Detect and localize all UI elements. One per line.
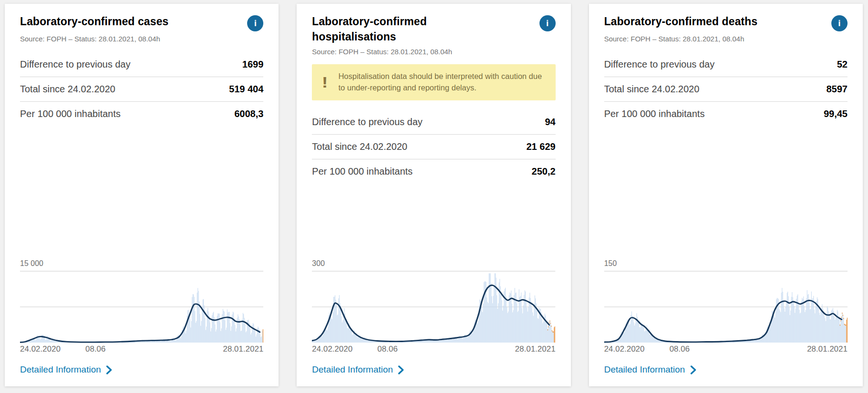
detailed-information-link[interactable]: Detailed Information (604, 364, 696, 375)
card-title: Laboratory-confirmed deaths (604, 14, 758, 29)
stat-row-per-100k: Per 100 000 inhabitants 6008,3 (20, 101, 263, 126)
cases-chart: 15 000 24.02.2020 08.06 28.01.2021 (20, 259, 263, 356)
stat-row-total: Total since 24.02.2020 8597 (604, 77, 848, 101)
info-icon[interactable]: i (831, 15, 848, 31)
y-axis-top-label: 300 (312, 259, 555, 268)
x-tick-start: 24.02.2020 (604, 344, 645, 354)
chevron-right-icon (106, 365, 112, 374)
stat-row-difference: Difference to previous day 1699 (20, 52, 263, 77)
hospitalisations-plot (312, 269, 555, 343)
warning-banner: ! Hospitalisation data should be interpr… (312, 64, 555, 100)
y-axis-top-label: 150 (604, 259, 848, 268)
x-axis-labels: 24.02.2020 08.06 28.01.2021 (604, 344, 848, 356)
warning-text: Hospitalisation data should be interpret… (339, 71, 547, 94)
card-cases: Laboratory-confirmed cases i Source: FOP… (5, 4, 279, 386)
stat-label: Per 100 000 inhabitants (20, 108, 120, 119)
x-axis-labels: 24.02.2020 08.06 28.01.2021 (20, 344, 263, 356)
stat-row-total: Total since 24.02.2020 21 629 (312, 134, 555, 159)
stat-value: 94 (545, 117, 555, 128)
stat-label: Total since 24.02.2020 (312, 141, 407, 152)
x-tick-mid: 08.06 (669, 344, 690, 354)
stat-label: Difference to previous day (20, 59, 130, 70)
card-title: Laboratory-confirmed hospitalisations (312, 14, 512, 44)
stat-label: Total since 24.02.2020 (604, 84, 699, 95)
stat-row-difference: Difference to previous day 52 (604, 52, 848, 77)
stat-label: Total since 24.02.2020 (20, 84, 115, 95)
chevron-right-icon (690, 365, 696, 374)
stat-row-difference: Difference to previous day 94 (312, 110, 555, 134)
stat-label: Per 100 000 inhabitants (312, 166, 412, 177)
x-tick-mid: 08.06 (378, 344, 398, 354)
x-tick-end: 28.01.2021 (223, 344, 263, 354)
stats-table: Difference to previous day 94 Total sinc… (312, 110, 555, 184)
stat-value: 519 404 (229, 84, 263, 95)
stat-row-per-100k: Per 100 000 inhabitants 250,2 (312, 159, 555, 184)
x-tick-mid: 08.06 (85, 344, 106, 354)
stats-table: Difference to previous day 52 Total sinc… (604, 52, 848, 126)
dashboard: Laboratory-confirmed cases i Source: FOP… (0, 0, 868, 393)
card-hospitalisations: Laboratory-confirmed hospitalisations i … (297, 4, 570, 386)
stat-value: 8597 (826, 84, 848, 95)
stat-label: Difference to previous day (312, 117, 422, 128)
stat-value: 21 629 (526, 141, 555, 152)
link-label: Detailed Information (604, 364, 685, 375)
stat-value: 250,2 (532, 166, 556, 177)
card-deaths: Laboratory-confirmed deaths i Source: FO… (589, 4, 863, 386)
stat-value: 52 (837, 59, 848, 70)
stat-label: Per 100 000 inhabitants (604, 108, 705, 119)
deaths-plot (604, 269, 848, 343)
info-icon[interactable]: i (247, 15, 263, 31)
link-label: Detailed Information (20, 364, 101, 375)
info-icon[interactable]: i (539, 15, 556, 31)
source-status: Source: FOPH – Status: 28.01.2021, 08.04… (604, 35, 848, 43)
x-tick-start: 24.02.2020 (312, 344, 352, 354)
stat-value: 6008,3 (234, 108, 263, 119)
chevron-right-icon (398, 365, 404, 374)
source-status: Source: FOPH – Status: 28.01.2021, 08.04… (20, 35, 263, 43)
detailed-information-link[interactable]: Detailed Information (20, 364, 112, 375)
stat-value: 1699 (242, 59, 264, 70)
stat-value: 99,45 (824, 108, 848, 119)
stat-row-total: Total since 24.02.2020 519 404 (20, 77, 263, 101)
cases-plot (20, 269, 263, 343)
stat-row-per-100k: Per 100 000 inhabitants 99,45 (604, 101, 848, 126)
deaths-chart: 150 24.02.2020 08.06 28.01.2021 (604, 259, 848, 356)
x-tick-start: 24.02.2020 (20, 344, 60, 354)
stats-table: Difference to previous day 1699 Total si… (20, 52, 263, 126)
x-tick-end: 28.01.2021 (515, 344, 556, 354)
hospitalisations-chart: 300 24.02.2020 08.06 28.01.2021 (312, 259, 555, 356)
x-tick-end: 28.01.2021 (807, 344, 848, 354)
exclamation-icon: ! (319, 75, 332, 90)
link-label: Detailed Information (312, 364, 393, 375)
source-status: Source: FOPH – Status: 28.01.2021, 08.04… (312, 48, 555, 56)
detailed-information-link[interactable]: Detailed Information (312, 364, 404, 375)
y-axis-top-label: 15 000 (20, 259, 263, 268)
stat-label: Difference to previous day (604, 59, 715, 70)
card-title: Laboratory-confirmed cases (20, 14, 169, 29)
x-axis-labels: 24.02.2020 08.06 28.01.2021 (312, 344, 555, 356)
